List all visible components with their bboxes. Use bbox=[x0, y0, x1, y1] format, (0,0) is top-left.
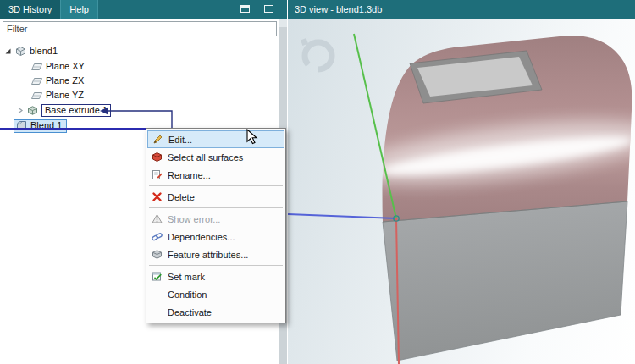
menu-item-set-mark[interactable]: Set mark bbox=[147, 267, 284, 285]
set-mark-icon bbox=[150, 271, 164, 282]
tree-item-label: Blend 1 bbox=[30, 119, 62, 132]
menu-item-label: Deactivate bbox=[168, 307, 212, 317]
tree-item-label: Plane YZ bbox=[46, 89, 84, 102]
warning-icon bbox=[150, 213, 164, 224]
menu-item-rename[interactable]: Rename... bbox=[147, 166, 284, 184]
menu-item-dependencies[interactable]: Dependencies... bbox=[147, 228, 284, 245]
application-window: 3D History Help blend1 bbox=[0, 0, 635, 364]
view-header: 3D view - blend1.3db bbox=[288, 0, 635, 19]
menu-item-feature-attributes[interactable]: Feature attributes... bbox=[147, 245, 284, 263]
tab-3d-history-label: 3D History bbox=[8, 4, 52, 14]
axis-y-blue bbox=[288, 214, 396, 218]
menu-item-label: Rename... bbox=[168, 170, 211, 180]
view-title: 3D view - blend1.3db bbox=[295, 4, 382, 14]
undock-icon[interactable] bbox=[240, 5, 250, 13]
view-panel: 3D view - blend1.3db bbox=[288, 0, 635, 364]
plane-icon bbox=[31, 63, 42, 71]
tree-item-label: Base extrude 1 bbox=[41, 104, 111, 117]
tab-help[interactable]: Help bbox=[61, 0, 98, 19]
tree-item-label: Plane XY bbox=[46, 60, 85, 73]
menu-item-label: Edit... bbox=[168, 135, 192, 145]
filter-input[interactable] bbox=[3, 21, 277, 36]
menu-separator bbox=[149, 265, 283, 266]
part-cube-icon bbox=[15, 46, 26, 57]
model-front-face bbox=[383, 201, 627, 361]
pencil-icon bbox=[151, 134, 165, 145]
menu-item-label: Set mark bbox=[168, 272, 205, 282]
menu-item-label: Condition bbox=[168, 290, 207, 300]
window-controls bbox=[240, 5, 273, 13]
tree-item-blend1[interactable]: blend1 bbox=[4, 44, 58, 58]
extrude-icon bbox=[27, 105, 38, 116]
rename-icon bbox=[150, 169, 164, 180]
menu-item-delete[interactable]: Delete bbox=[147, 188, 284, 206]
tree-item-blend-1[interactable]: Blend 1 bbox=[14, 119, 67, 133]
panel-header: 3D History Help bbox=[0, 0, 287, 19]
selection-reference-line bbox=[0, 128, 146, 130]
context-menu: Edit... Select all surfaces Rename... De… bbox=[146, 128, 286, 323]
tree-item-base-extrude[interactable]: Base extrude 1 bbox=[17, 103, 111, 118]
surfaces-cube-icon bbox=[150, 152, 164, 163]
tree-item-label: blend1 bbox=[30, 45, 58, 58]
menu-item-label: Delete bbox=[168, 192, 195, 202]
expanded-triangle-icon[interactable] bbox=[4, 47, 12, 55]
menu-item-label: Select all surfaces bbox=[168, 152, 243, 163]
tree-item-plane-zx[interactable]: Plane ZX bbox=[31, 74, 84, 88]
menu-item-label: Show error... bbox=[168, 214, 220, 224]
3d-viewport[interactable] bbox=[288, 19, 635, 364]
menu-item-label: Dependencies... bbox=[168, 232, 235, 242]
tree-item-plane-xy[interactable]: Plane XY bbox=[31, 59, 85, 74]
menu-item-edit[interactable]: Edit... bbox=[147, 130, 284, 148]
3d-scene bbox=[288, 19, 635, 364]
menu-item-deactivate[interactable]: Deactivate bbox=[147, 303, 284, 321]
tree-item-plane-yz[interactable]: Plane YZ bbox=[31, 88, 84, 102]
tab-help-label: Help bbox=[69, 4, 89, 14]
menu-item-condition[interactable]: Condition bbox=[147, 285, 284, 303]
maximize-icon[interactable] bbox=[264, 5, 273, 13]
delete-x-icon bbox=[150, 191, 164, 202]
tree-item-label: Plane ZX bbox=[46, 74, 84, 87]
selected-item-highlight[interactable]: Blend 1 bbox=[14, 119, 67, 133]
menu-item-label: Feature attributes... bbox=[168, 250, 248, 260]
plane-icon bbox=[31, 77, 42, 85]
rotate-view-widget[interactable] bbox=[301, 38, 332, 69]
menu-separator bbox=[149, 207, 283, 208]
collapsed-chevron-icon[interactable] bbox=[17, 107, 24, 114]
menu-item-select-all-surfaces[interactable]: Select all surfaces bbox=[147, 148, 284, 166]
menu-item-show-error[interactable]: Show error... bbox=[147, 210, 284, 228]
chain-link-icon bbox=[150, 231, 164, 242]
plane-icon bbox=[31, 91, 42, 100]
attributes-icon bbox=[150, 249, 164, 260]
menu-separator bbox=[149, 185, 283, 186]
tab-3d-history[interactable]: 3D History bbox=[0, 0, 61, 19]
blend-icon bbox=[16, 120, 27, 131]
